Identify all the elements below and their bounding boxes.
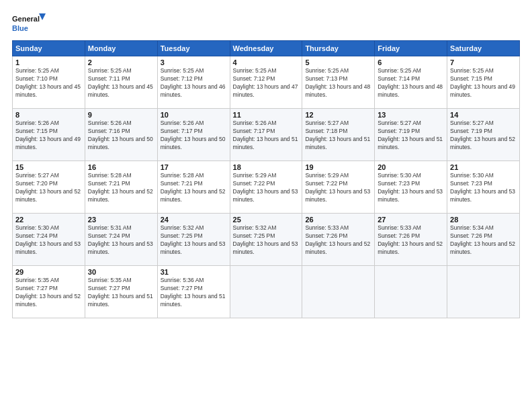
calendar: SundayMondayTuesdayWednesdayThursdayFrid… [12,40,520,318]
day-number: 7 [450,58,517,66]
weekday-header: Saturday [447,41,520,56]
weekday-header: Sunday [13,41,85,56]
day-number: 23 [88,216,154,224]
day-info: Sunrise: 5:33 AM Sunset: 7:26 PM Dayligh… [305,224,371,257]
day-info: Sunrise: 5:25 AM Sunset: 7:13 PM Dayligh… [305,67,371,99]
day-number: 5 [305,58,371,66]
day-info: Sunrise: 5:31 AM Sunset: 7:24 PM Dayligh… [88,224,154,257]
calendar-cell: 25 Sunrise: 5:32 AM Sunset: 7:25 PM Dayl… [230,214,302,266]
calendar-cell: 1 Sunrise: 5:25 AM Sunset: 7:10 PM Dayli… [13,56,85,109]
day-info: Sunrise: 5:27 AM Sunset: 7:19 PM Dayligh… [450,120,517,152]
day-number: 21 [450,163,517,171]
day-info: Sunrise: 5:28 AM Sunset: 7:21 PM Dayligh… [88,172,154,204]
day-number: 14 [450,111,517,119]
day-number: 3 [161,58,227,66]
day-number: 31 [161,268,227,276]
day-info: Sunrise: 5:33 AM Sunset: 7:26 PM Dayligh… [378,224,444,257]
calendar-cell [230,266,302,318]
calendar-cell: 8 Sunrise: 5:26 AM Sunset: 7:15 PM Dayli… [13,109,85,161]
day-info: Sunrise: 5:29 AM Sunset: 7:22 PM Dayligh… [233,172,300,204]
svg-marker-2 [39,13,46,20]
day-info: Sunrise: 5:25 AM Sunset: 7:10 PM Dayligh… [15,67,82,99]
day-number: 6 [378,58,444,66]
calendar-cell: 28 Sunrise: 5:34 AM Sunset: 7:26 PM Dayl… [447,214,520,266]
day-number: 30 [88,268,154,276]
calendar-cell: 7 Sunrise: 5:25 AM Sunset: 7:15 PM Dayli… [447,56,520,109]
day-info: Sunrise: 5:25 AM Sunset: 7:15 PM Dayligh… [450,67,517,99]
day-info: Sunrise: 5:26 AM Sunset: 7:17 PM Dayligh… [233,120,300,152]
weekday-header: Wednesday [230,41,302,56]
day-number: 19 [305,163,371,171]
day-info: Sunrise: 5:29 AM Sunset: 7:22 PM Dayligh… [305,172,371,204]
calendar-cell: 11 Sunrise: 5:26 AM Sunset: 7:17 PM Dayl… [230,109,302,161]
calendar-cell: 31 Sunrise: 5:36 AM Sunset: 7:27 PM Dayl… [157,266,230,318]
logo-svg: General Blue [12,12,46,34]
day-info: Sunrise: 5:25 AM Sunset: 7:11 PM Dayligh… [88,67,154,99]
calendar-cell: 21 Sunrise: 5:30 AM Sunset: 7:23 PM Dayl… [447,161,520,214]
weekday-header: Tuesday [157,41,230,56]
day-info: Sunrise: 5:32 AM Sunset: 7:25 PM Dayligh… [161,224,227,257]
day-number: 1 [15,58,82,66]
calendar-cell: 4 Sunrise: 5:25 AM Sunset: 7:12 PM Dayli… [230,56,302,109]
day-number: 16 [88,163,154,171]
day-info: Sunrise: 5:27 AM Sunset: 7:19 PM Dayligh… [378,120,444,152]
day-number: 2 [88,58,154,66]
calendar-cell: 30 Sunrise: 5:35 AM Sunset: 7:27 PM Dayl… [85,266,157,318]
day-number: 9 [88,111,154,119]
calendar-cell: 24 Sunrise: 5:32 AM Sunset: 7:25 PM Dayl… [157,214,230,266]
calendar-cell: 6 Sunrise: 5:25 AM Sunset: 7:14 PM Dayli… [375,56,447,109]
calendar-cell: 13 Sunrise: 5:27 AM Sunset: 7:19 PM Dayl… [375,109,447,161]
calendar-cell: 15 Sunrise: 5:27 AM Sunset: 7:20 PM Dayl… [13,161,85,214]
day-number: 18 [233,163,300,171]
day-info: Sunrise: 5:30 AM Sunset: 7:23 PM Dayligh… [450,172,517,204]
calendar-cell: 9 Sunrise: 5:26 AM Sunset: 7:16 PM Dayli… [85,109,157,161]
page: General Blue SundayMondayTuesdayWednesda… [0,0,532,411]
svg-text:Blue: Blue [12,24,28,32]
day-number: 22 [15,216,82,224]
day-info: Sunrise: 5:35 AM Sunset: 7:27 PM Dayligh… [15,277,82,309]
calendar-cell [302,266,375,318]
day-info: Sunrise: 5:25 AM Sunset: 7:12 PM Dayligh… [233,67,300,99]
calendar-cell: 5 Sunrise: 5:25 AM Sunset: 7:13 PM Dayli… [302,56,375,109]
day-number: 15 [15,163,82,171]
day-number: 27 [378,216,444,224]
day-number: 25 [233,216,300,224]
day-info: Sunrise: 5:27 AM Sunset: 7:20 PM Dayligh… [15,172,82,204]
calendar-cell: 23 Sunrise: 5:31 AM Sunset: 7:24 PM Dayl… [85,214,157,266]
calendar-cell: 3 Sunrise: 5:25 AM Sunset: 7:12 PM Dayli… [157,56,230,109]
calendar-cell: 17 Sunrise: 5:28 AM Sunset: 7:21 PM Dayl… [157,161,230,214]
calendar-cell: 27 Sunrise: 5:33 AM Sunset: 7:26 PM Dayl… [375,214,447,266]
calendar-cell: 16 Sunrise: 5:28 AM Sunset: 7:21 PM Dayl… [85,161,157,214]
day-info: Sunrise: 5:32 AM Sunset: 7:25 PM Dayligh… [233,224,300,257]
day-info: Sunrise: 5:30 AM Sunset: 7:24 PM Dayligh… [15,224,82,257]
day-number: 28 [450,216,517,224]
calendar-cell: 12 Sunrise: 5:27 AM Sunset: 7:18 PM Dayl… [302,109,375,161]
day-number: 20 [378,163,444,171]
day-info: Sunrise: 5:36 AM Sunset: 7:27 PM Dayligh… [161,277,227,309]
day-info: Sunrise: 5:26 AM Sunset: 7:15 PM Dayligh… [15,120,82,152]
day-number: 29 [15,268,82,276]
logo: General Blue [12,12,46,34]
day-info: Sunrise: 5:26 AM Sunset: 7:16 PM Dayligh… [88,120,154,152]
svg-text:General: General [12,15,40,23]
calendar-cell: 10 Sunrise: 5:26 AM Sunset: 7:17 PM Dayl… [157,109,230,161]
weekday-header: Thursday [302,41,375,56]
day-info: Sunrise: 5:25 AM Sunset: 7:12 PM Dayligh… [161,67,227,99]
calendar-cell: 19 Sunrise: 5:29 AM Sunset: 7:22 PM Dayl… [302,161,375,214]
day-number: 4 [233,58,300,66]
calendar-cell [375,266,447,318]
day-number: 17 [161,163,227,171]
weekday-header: Friday [375,41,447,56]
calendar-cell: 26 Sunrise: 5:33 AM Sunset: 7:26 PM Dayl… [302,214,375,266]
calendar-cell: 18 Sunrise: 5:29 AM Sunset: 7:22 PM Dayl… [230,161,302,214]
day-info: Sunrise: 5:27 AM Sunset: 7:18 PM Dayligh… [305,120,371,152]
day-number: 8 [15,111,82,119]
header: General Blue [12,12,520,34]
weekday-header: Monday [85,41,157,56]
calendar-cell: 2 Sunrise: 5:25 AM Sunset: 7:11 PM Dayli… [85,56,157,109]
day-info: Sunrise: 5:25 AM Sunset: 7:14 PM Dayligh… [378,67,444,99]
calendar-cell: 29 Sunrise: 5:35 AM Sunset: 7:27 PM Dayl… [13,266,85,318]
calendar-cell [447,266,520,318]
day-info: Sunrise: 5:34 AM Sunset: 7:26 PM Dayligh… [450,224,517,257]
day-number: 12 [305,111,371,119]
